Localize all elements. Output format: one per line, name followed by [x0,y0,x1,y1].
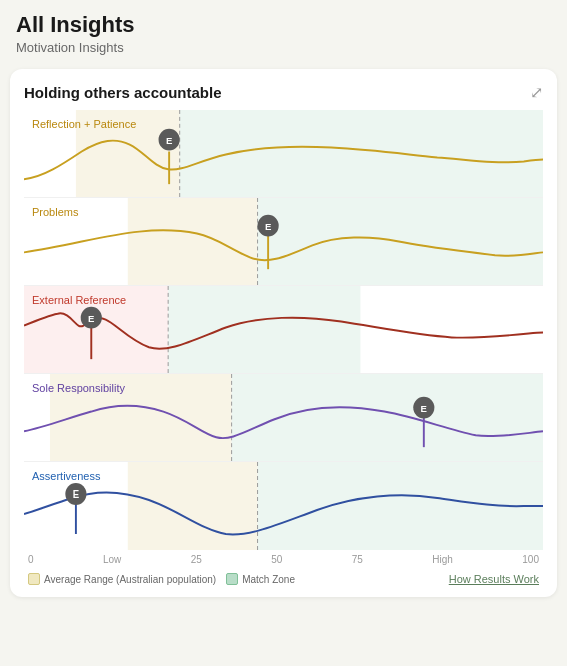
legend-match-zone: Match Zone [226,573,295,585]
svg-text:E: E [421,402,428,413]
chart-label-reflection: Reflection + Patience [32,118,136,130]
axis-25: 25 [191,554,202,565]
chart-row-problems: E Problems [24,198,543,286]
chart-row-sole-responsibility: E Sole Responsibility [24,374,543,462]
svg-rect-6 [128,198,258,285]
chart-label-sole-responsibility: Sole Responsibility [32,382,125,394]
chart-row-assertiveness: E Assertiveness [24,462,543,550]
svg-rect-13 [168,286,360,373]
chart-label-problems: Problems [32,206,78,218]
match-zone-swatch [226,573,238,585]
avg-range-label: Average Range (Australian population) [44,574,216,585]
charts-area: E Reflection + Patience E Problems [24,110,543,550]
expand-icon[interactable]: ⤢ [530,83,543,102]
axis-50: 50 [271,554,282,565]
svg-rect-24 [128,462,258,550]
axis-bar: 0 Low 25 50 75 High 100 [24,550,543,565]
card-title: Holding others accountable [24,84,222,101]
axis-0: 0 [28,554,34,565]
axis-75: 75 [352,554,363,565]
chart-row-reflection-patience: E Reflection + Patience [24,110,543,198]
chart-row-external-reference: E External Reference [24,286,543,374]
axis-100: 100 [522,554,539,565]
svg-text:E: E [265,221,272,232]
axis-high: High [432,554,453,565]
legend-left: Average Range (Australian population) Ma… [28,573,295,585]
chart-label-external-reference: External Reference [32,294,126,306]
insights-card: Holding others accountable ⤢ E Reflectio… [10,69,557,597]
svg-text:E: E [166,134,173,145]
svg-text:E: E [73,489,80,500]
how-results-link[interactable]: How Results Work [449,573,539,585]
chart-label-assertiveness: Assertiveness [32,470,100,482]
card-header: Holding others accountable ⤢ [24,83,543,102]
legend-row: Average Range (Australian population) Ma… [24,565,543,587]
page-title: All Insights [16,12,551,38]
avg-range-swatch [28,573,40,585]
axis-low: Low [103,554,121,565]
page-subtitle: Motivation Insights [16,40,551,55]
match-zone-label: Match Zone [242,574,295,585]
page-header: All Insights Motivation Insights [0,0,567,59]
legend-avg-range: Average Range (Australian population) [28,573,216,585]
svg-text:E: E [88,312,95,323]
